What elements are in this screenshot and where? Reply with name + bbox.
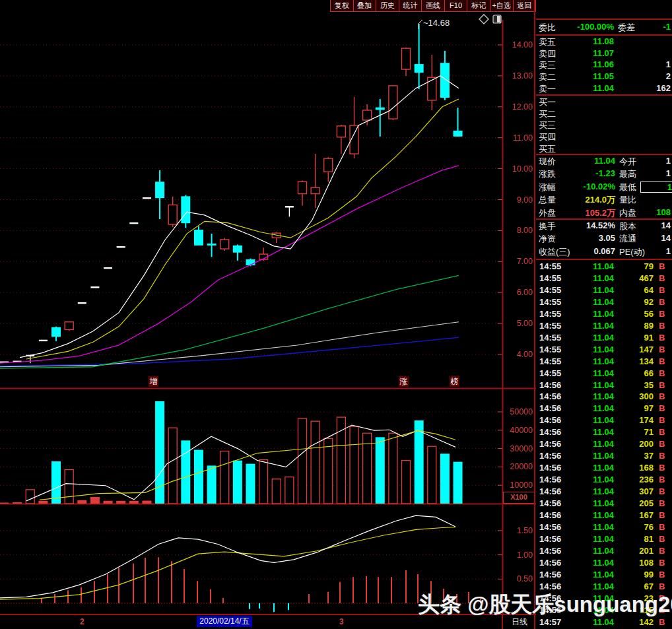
limit-dash-candle <box>129 222 138 224</box>
quote-row-涨跌: 涨跌-1.23最高1 <box>536 168 672 180</box>
quote-row-涨幅: 涨幅-10.02%最低1 <box>536 182 672 193</box>
level-row-买三: 买三 <box>536 119 672 131</box>
tick-side-flag: B <box>659 356 665 366</box>
quote-label: 涨跌 <box>539 168 556 180</box>
tick-row: 14:5611.04167B <box>536 510 672 522</box>
level-row-卖一: 卖一11.04162 <box>536 83 672 95</box>
quote-value: -1.23 <box>562 168 615 178</box>
menu-item-+自选[interactable]: +自选 <box>490 0 514 11</box>
indicator-axis-tick-label: 1.00 <box>517 550 533 560</box>
level-price: 11.05 <box>562 71 614 81</box>
volume-unit-label: X100 <box>503 492 535 504</box>
menu-item-统计[interactable]: 统计 <box>399 0 422 11</box>
marquee-char: 增 <box>149 376 158 387</box>
marquee-char: 涨 <box>399 376 409 387</box>
price-axis-tick-label: 8.00 <box>517 226 533 235</box>
quote-value: 11.04 <box>562 156 615 166</box>
quote-label: 涨幅 <box>539 182 556 193</box>
menu-item-标记[interactable]: 标记 <box>467 0 490 11</box>
volume-bar-down <box>376 437 385 504</box>
month-label-mar: 3 <box>339 617 344 626</box>
tick-volume: 64 <box>617 285 654 295</box>
tick-row: 14:5611.0437B <box>536 451 672 463</box>
high-price-annotation: ~14.68 <box>423 18 450 28</box>
tick-time: 14:56 <box>539 486 561 496</box>
level-row-卖五: 卖五11.08 <box>536 36 672 48</box>
level-label: 卖三 <box>539 59 556 71</box>
limit-dash-candle <box>104 267 112 269</box>
tick-price: 11.04 <box>576 380 614 390</box>
tick-side-flag: B <box>659 475 665 484</box>
menu-item-复权[interactable]: 复权 <box>331 0 354 11</box>
tick-volume: 467 <box>617 273 654 283</box>
tick-price: 11.04 <box>576 345 614 354</box>
tick-row: 14:5511.0456B <box>536 309 672 321</box>
tick-volume: 79 <box>617 261 654 271</box>
price-axis-tick-label: 7.00 <box>517 257 533 266</box>
tick-row: 14:5611.04200B <box>536 439 672 451</box>
diamond-tool-icon[interactable] <box>479 15 488 24</box>
indicator-yellow-line <box>0 527 455 599</box>
tick-time: 14:56 <box>539 451 561 461</box>
tick-side-flag: B <box>659 391 665 401</box>
selected-date-label: 2020/02/14/五 <box>197 616 252 627</box>
level-price: 11.04 <box>562 83 614 93</box>
tick-volume: 56 <box>617 309 654 319</box>
menu-item-画线[interactable]: 画线 <box>422 0 445 11</box>
tick-volume: 76 <box>617 522 654 532</box>
top-menu-bar: 复权叠加历史统计画线F10标记+自选返回 <box>330 0 536 12</box>
tick-side-flag: B <box>659 403 665 413</box>
volume-bar-up <box>168 428 177 504</box>
menu-item-F10[interactable]: F10 <box>445 0 468 11</box>
tick-volume: 92 <box>617 297 654 307</box>
quote-label: 最低 <box>619 182 636 193</box>
level-qty: 1 <box>635 59 671 69</box>
tick-row: 14:5511.0489B <box>536 321 672 333</box>
candle-down <box>194 230 203 246</box>
volume-bar-up <box>311 421 319 504</box>
candle-down <box>207 244 217 246</box>
candle-up <box>428 77 436 100</box>
menu-item-返回[interactable]: 返回 <box>514 0 537 11</box>
marquee-char: 榜 <box>450 376 459 387</box>
level-price: 11.06 <box>562 59 614 69</box>
limit-dash-candle <box>143 197 151 199</box>
tick-time: 14:55 <box>539 297 561 307</box>
candle-down <box>415 64 424 73</box>
candle-up <box>363 110 372 120</box>
volume-bar-down <box>233 461 242 504</box>
level-label: 买三 <box>539 119 556 131</box>
tick-volume: 134 <box>617 356 654 366</box>
limit-dash-candle <box>117 246 125 248</box>
quote-row-现价: 现价11.04今开1 <box>536 156 672 168</box>
tick-volume: 108 <box>617 558 654 568</box>
quote-label: 今开 <box>619 156 636 168</box>
volume-bar-flat <box>116 501 125 504</box>
volume-bar-flat <box>90 497 100 504</box>
tick-price: 11.04 <box>576 309 614 319</box>
volume-bar-up <box>65 470 73 504</box>
tick-row: 14:5611.04108B <box>536 558 672 570</box>
tick-time: 14:56 <box>539 403 561 413</box>
volume-bar-up <box>285 477 294 504</box>
quote-value: -10.02% <box>562 182 615 191</box>
tick-volume: 167 <box>617 510 654 520</box>
tick-side-flag: B <box>659 345 665 354</box>
menu-item-历史[interactable]: 历史 <box>376 0 399 11</box>
tick-volume: 99 <box>617 570 654 579</box>
price-axis-tick-label: 5.00 <box>517 319 533 328</box>
candle-down <box>454 131 463 137</box>
tick-price: 11.04 <box>576 333 614 343</box>
menu-item-叠加[interactable]: 叠加 <box>354 0 377 11</box>
quote-label: 量比 <box>619 194 636 206</box>
tick-price: 11.04 <box>576 427 614 437</box>
weibi-row: 委比 -100.00% 委差 -1 <box>536 22 672 34</box>
price-axis-tick-label: 14.00 <box>512 40 533 50</box>
tick-row: 14:5511.0491B <box>536 333 672 345</box>
volume-bar-down <box>454 462 463 504</box>
tick-side-flag: B <box>659 415 665 425</box>
tick-row: 14:5611.04307B <box>536 486 672 498</box>
panel-toggle-fill <box>497 16 500 22</box>
tick-row: 14:5611.04300B <box>536 391 672 403</box>
volume-bar-up <box>350 426 358 504</box>
